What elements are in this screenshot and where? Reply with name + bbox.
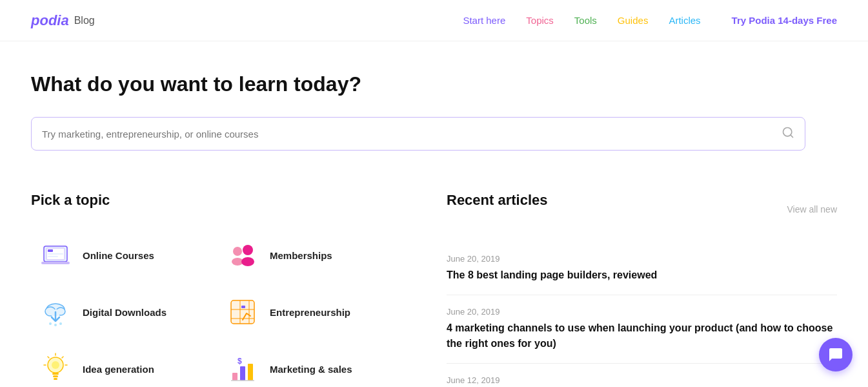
article-item: June 12, 2019 [447,364,837,387]
main-content: Pick a topic [0,171,868,387]
chat-bubble-button[interactable] [819,338,853,371]
article-date: June 12, 2019 [447,375,837,385]
topic-digital-downloads[interactable]: Digital Downloads [31,284,218,340]
svg-rect-32 [52,373,59,375]
nav-cta-button[interactable]: Try Podia 14-days Free [732,15,837,26]
topic-memberships-label: Memberships [270,250,332,261]
svg-line-28 [62,357,63,358]
svg-point-11 [241,257,254,266]
svg-rect-6 [48,253,63,255]
svg-point-18 [54,324,57,326]
logo-area: podia Blog [31,12,95,29]
svg-point-8 [233,247,242,256]
topics-section: Pick a topic [31,192,405,387]
digital-downloads-icon [39,295,72,329]
svg-text:$: $ [237,357,242,366]
idea-icon [39,352,72,386]
logo-blog-label: Blog [74,15,95,26]
svg-line-30 [48,357,49,358]
svg-point-17 [49,322,52,325]
svg-rect-5 [48,249,53,252]
topic-entrepreneurship[interactable]: Entrepreneurship [218,284,405,340]
topic-marketing-label: Marketing & sales [270,364,352,375]
articles-header: Recent articles View all new [447,192,837,227]
svg-rect-34 [54,378,57,380]
search-icon[interactable] [782,126,794,142]
articles-title: Recent articles [447,192,548,209]
article-item: June 20, 2019 The 8 best landing page bu… [447,242,837,295]
nav-guides[interactable]: Guides [618,15,649,26]
logo-text[interactable]: podia [31,12,69,29]
topic-idea-label: Idea generation [83,364,154,375]
view-all-link[interactable]: View all new [787,204,837,214]
article-item: June 20, 2019 4 marketing channels to us… [447,295,837,364]
svg-rect-25 [241,306,245,308]
svg-rect-37 [232,373,237,381]
nav-tools[interactable]: Tools [574,15,597,26]
svg-rect-38 [240,366,245,381]
hero-title: What do you want to learn today? [31,72,837,96]
topic-idea[interactable]: Idea generation [31,340,218,387]
topic-marketing[interactable]: $ Marketing & sales [218,340,405,387]
topics-title: Pick a topic [31,192,405,209]
topic-entrepreneurship-label: Entrepreneurship [270,307,350,318]
svg-rect-7 [48,256,58,257]
nav-articles[interactable]: Articles [669,15,700,26]
search-input[interactable] [42,129,782,140]
svg-rect-4 [41,262,70,264]
article-title[interactable]: 4 marketing channels to use when launchi… [447,320,837,351]
article-title[interactable]: The 8 best landing page builders, review… [447,267,837,283]
topics-grid: Online Courses Memberships [31,227,405,387]
marketing-icon: $ [226,352,259,386]
topic-online-courses[interactable]: Online Courses [31,227,218,284]
article-date: June 20, 2019 [447,254,837,264]
topic-digital-downloads-label: Digital Downloads [83,307,167,318]
online-courses-icon [39,238,72,272]
svg-line-1 [791,134,793,137]
search-bar [31,117,805,151]
hero-section: What do you want to learn today? [0,41,868,171]
svg-point-10 [243,245,253,255]
topic-online-courses-label: Online Courses [83,250,154,261]
nav-start[interactable]: Start here [463,15,505,26]
topic-memberships[interactable]: Memberships [218,227,405,284]
nav-topics[interactable]: Topics [526,15,554,26]
svg-rect-39 [248,364,253,381]
svg-rect-33 [53,375,58,377]
articles-section: Recent articles View all new June 20, 20… [447,192,837,387]
memberships-icon [226,238,259,272]
svg-point-35 [52,361,59,369]
entrepreneurship-icon [226,295,259,329]
article-date: June 20, 2019 [447,307,837,317]
svg-point-19 [59,322,62,325]
navbar: podia Blog Start here Topics Tools Guide… [0,0,868,41]
nav-links: Start here Topics Tools Guides Articles [463,15,700,26]
